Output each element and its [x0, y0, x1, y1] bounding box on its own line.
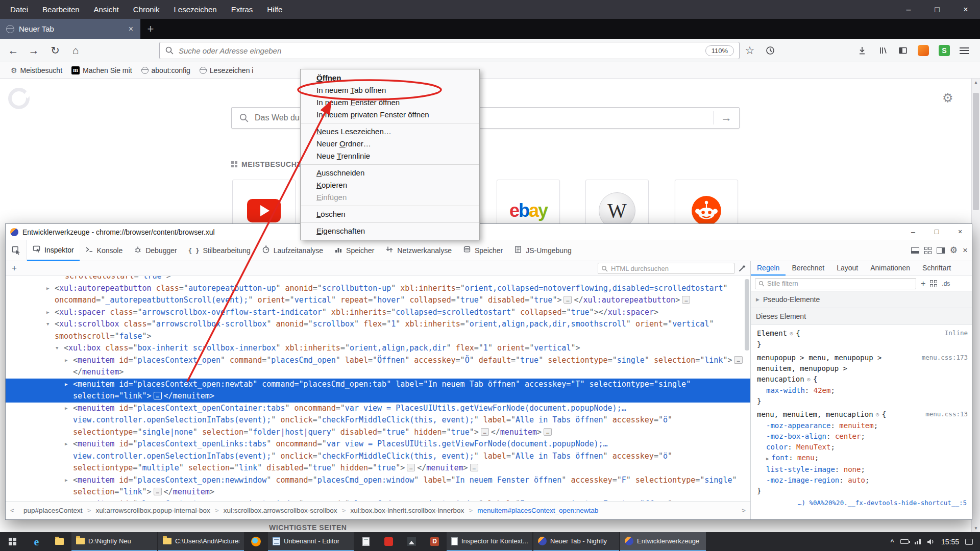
breadcrumb-scroll-left-icon[interactable]: <: [6, 507, 19, 514]
css-property[interactable]: -moz-image-region: auto;: [751, 475, 972, 486]
sidebar-tab-regeln[interactable]: Regeln: [751, 261, 786, 276]
minimize-button[interactable]: –: [894, 0, 923, 19]
context-menu-item-öffnen[interactable]: Öffnen: [301, 72, 479, 84]
sidebar-tab-animationen[interactable]: Animationen: [864, 261, 916, 276]
markup-line[interactable]: smoothscroll="false">: [6, 331, 750, 343]
reload-button[interactable]: ↻: [46, 41, 64, 60]
tab-neuer-tab[interactable]: Neuer Tab ×: [0, 19, 140, 39]
expand-shorthand-icon[interactable]: ▶: [766, 456, 769, 461]
collapsed-ellipsis-badge[interactable]: …: [470, 464, 478, 471]
devtools-tab-speicher[interactable]: Speicher: [329, 240, 380, 261]
battery-icon[interactable]: [900, 539, 909, 544]
css-property[interactable]: -moz-appearance: menuitem;: [751, 420, 972, 431]
node-picker-icon[interactable]: [6, 240, 27, 261]
pseudo-elements-header[interactable]: ▶ Pseudo-Elemente: [751, 291, 972, 308]
collapsed-ellipsis-badge[interactable]: …: [481, 428, 489, 436]
selector-highlighter-icon[interactable]: ⊙: [807, 376, 811, 383]
markup-line[interactable]: scrolledtostart="true">: [6, 276, 750, 283]
twisty-icon[interactable]: ▶: [65, 379, 67, 391]
taskbar-icon-dletter[interactable]: D: [423, 532, 446, 551]
clock[interactable]: 15:55: [941, 538, 959, 546]
menubar-item-hilfe[interactable]: Hilfe: [260, 0, 289, 19]
breadcrumb-item[interactable]: xul:box.box-inherit.scrollbox-innerbox: [346, 507, 469, 514]
rule-selector[interactable]: Element⊙{: [751, 328, 972, 339]
new-tab-button[interactable]: +: [140, 19, 161, 39]
bookmark-star-icon[interactable]: ☆: [741, 41, 759, 60]
css-property[interactable]: ▶font: menu;: [751, 453, 972, 464]
taskbar-icon-explorer[interactable]: [48, 532, 71, 551]
start-button[interactable]: [0, 532, 25, 551]
breadcrumb-item[interactable]: xul:arrowscrollbox.popup-internal-box: [91, 507, 214, 514]
rule-selector[interactable]: menucaption⊙{: [751, 374, 972, 385]
menubar-item-bearbeiten[interactable]: Bearbeiten: [35, 0, 87, 19]
history-clock-icon[interactable]: [761, 41, 779, 60]
devtools-settings-gear-icon[interactable]: ⚙: [950, 245, 958, 256]
markup-line[interactable]: ▶<menuitem id="placesContext_open" comma…: [6, 355, 750, 367]
markup-line[interactable]: </menuitem>: [6, 366, 750, 379]
selector-highlighter-icon[interactable]: ⊙: [790, 330, 793, 337]
close-button[interactable]: ×: [951, 0, 980, 19]
css-property[interactable]: color: MenuText;: [751, 442, 972, 453]
class-toggle-button[interactable]: .ds: [942, 280, 950, 287]
collapsed-ellipsis-badge[interactable]: …: [564, 296, 572, 304]
devtools-tab-stilbearbeitung[interactable]: { }Stilbearbeitung: [183, 240, 256, 261]
taskbar-icon-red[interactable]: [377, 532, 400, 551]
rule-source-link[interactable]: Inline: [945, 329, 968, 337]
context-menu-item-in-neuem-tab-öffnen[interactable]: In neuem Tab öffnen: [301, 84, 479, 96]
markup-line[interactable]: view.controller.openSelectionInTabs(even…: [6, 450, 750, 463]
taskbar-icon-edge[interactable]: e: [25, 532, 48, 551]
taskbar-icon-photos[interactable]: [400, 532, 423, 551]
devtools-tab-debugger[interactable]: Debugger: [128, 240, 183, 261]
extension-icon-orange[interactable]: [914, 41, 933, 60]
taskbar-app-entwicklerwerkzeuge[interactable]: Entwicklerwerkzeuge ...: [620, 532, 706, 551]
add-rule-button[interactable]: +: [921, 279, 925, 288]
context-menu-item-kopieren[interactable]: Kopieren: [301, 179, 479, 191]
bookmark-item-meistbesucht[interactable]: ⚙Meistbesucht: [6, 64, 67, 77]
search-submit-arrow-icon[interactable]: →: [713, 111, 732, 124]
twisty-icon[interactable]: ▶: [46, 283, 49, 295]
twisty-icon[interactable]: ▶: [65, 498, 67, 502]
twisty-icon[interactable]: ▼: [46, 318, 49, 331]
html-search-input[interactable]: HTML durchsuchen: [598, 263, 734, 274]
selector-highlighter-icon[interactable]: ⊙: [876, 411, 879, 418]
markup-line[interactable]: ▶<menuitem id="placesContext_openContain…: [6, 403, 750, 415]
context-menu-item-löschen[interactable]: Löschen: [301, 208, 479, 220]
toolbox-grid-icon[interactable]: [924, 247, 932, 254]
scroll-down-icon[interactable]: ▼: [972, 526, 980, 531]
inline-stylesheet-link[interactable]: …) %0A%20%20.__fx-devtools-hide-shortcut…: [751, 499, 972, 507]
taskbar-app-d-nightly-neu[interactable]: D:\Nightly Neu: [71, 532, 157, 551]
dock-bottom-icon[interactable]: [911, 247, 919, 254]
rule-source-link[interactable]: menu.css:13: [925, 410, 968, 418]
sidebar-tab-berechnet[interactable]: Berechnet: [786, 261, 830, 276]
markup-line-selected[interactable]: ▶<menuitem id="placesContext_open:newtab…: [6, 379, 750, 391]
context-menu-item-in-neuem-fenster-öffnen[interactable]: In neuem Fenster öffnen: [301, 96, 479, 109]
menubar-item-chronik[interactable]: Chronik: [126, 0, 167, 19]
collapsed-ellipsis-badge[interactable]: …: [544, 428, 552, 436]
markup-line[interactable]: ▼<xul:box class="box-inherit scrollbox-i…: [6, 342, 750, 355]
notification-center-icon[interactable]: [965, 539, 973, 545]
maximize-button[interactable]: □: [923, 0, 951, 19]
devtools-tab-laufzeitanalyse[interactable]: Laufzeitanalyse: [256, 240, 329, 261]
scrollbar-thumb[interactable]: [973, 93, 979, 210]
sidebar-tab-layout[interactable]: Layout: [830, 261, 864, 276]
extension-icon-scrapbook[interactable]: S: [935, 41, 953, 60]
markup-line[interactable]: view.controller.openSelectionInTabs(even…: [6, 414, 750, 427]
newtab-settings-gear-icon[interactable]: ⚙: [942, 91, 953, 105]
context-menu-item-neuer-ordner[interactable]: Neuer Ordner…: [301, 138, 479, 150]
taskbar-app-unbenannt-editor[interactable]: Unbenannt - Editor: [268, 532, 354, 551]
collapsed-ellipsis-badge[interactable]: …: [682, 296, 690, 304]
twisty-icon[interactable]: ▼: [56, 342, 58, 355]
sidebar-tab-schriftart[interactable]: Schriftart: [916, 261, 957, 276]
twisty-icon[interactable]: ▶: [65, 474, 67, 487]
downloads-icon[interactable]: [853, 41, 871, 60]
style-filter-input[interactable]: Stile filtern: [755, 278, 916, 289]
taskbar-app-neuer-tab-nightly[interactable]: Neuer Tab - Nightly: [533, 532, 619, 551]
forward-button[interactable]: →: [24, 41, 43, 60]
breadcrumb-item[interactable]: xul:scrollbox.arrowscrollbox-scrollbox: [219, 507, 342, 514]
context-menu-item-eigenschaften[interactable]: Eigenschaften: [301, 225, 479, 237]
breadcrumb-item[interactable]: menuitem#placesContext_open:newtab: [473, 507, 603, 514]
markup-line[interactable]: ▶<menuitem id="placesContext_open:newwin…: [6, 474, 750, 487]
rule-source-link[interactable]: menu.css:173: [922, 354, 968, 361]
collapsed-ellipsis-badge[interactable]: …: [154, 488, 162, 495]
twisty-icon[interactable]: ▶: [65, 403, 67, 415]
